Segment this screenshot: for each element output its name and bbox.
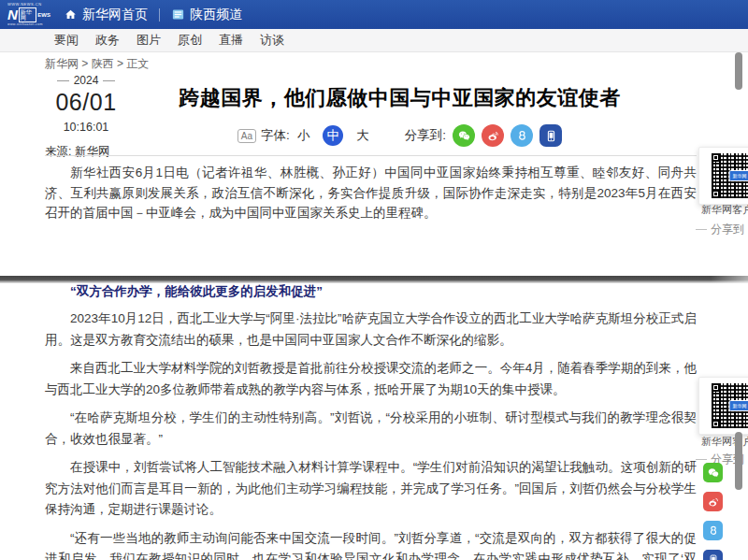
article-title: 跨越国界，他们愿做中国与中亚国家的友谊使者 — [103, 84, 697, 112]
font-size-icon: Aa — [237, 129, 256, 143]
logo-n: N — [7, 7, 18, 22]
qr-panel-bottom: 新华网 — [698, 377, 748, 435]
menu-bar: 要闻 政务 图片 原创 直播 访谈 — [0, 29, 748, 52]
sidebar-share-wechat-button[interactable] — [703, 463, 723, 482]
logo-ews: EWS — [37, 12, 50, 18]
channel-book-icon — [171, 7, 185, 22]
article-paragraph: “在哈萨克斯坦分校，学生们的主动性特别高。”刘哲说，“分校采用的小班制、研讨型模… — [45, 408, 697, 450]
qr-center-logo: 新华网 — [729, 400, 748, 411]
article-paragraph: 来自西北工业大学材料学院的刘哲教授是首批前往分校授课交流的老师之一。今年4月，随… — [45, 358, 697, 400]
logo-url-top: WWW.NEWS.CN — [7, 3, 50, 7]
qr-finder — [712, 153, 720, 162]
share-widget: 分享到: — [405, 124, 562, 147]
breadcrumb[interactable]: 新华网 > 陕西 > 正文 — [45, 56, 149, 72]
sidebar-share-weibo-button[interactable] — [703, 492, 723, 511]
lead-paragraph: 新华社西安6月1日电（记者许祖华、林胜概、孙正好）中国同中亚国家始终秉持相互尊重… — [45, 163, 697, 223]
article-toolbar: Aa 字体: 小 中 大 分享到: — [103, 124, 697, 147]
year-dash-right — [103, 80, 115, 81]
share-label: 分享到: — [405, 127, 446, 144]
xinhua-logo[interactable]: WWW.NEWS.CN N 新华网 EWS www.xinhuanet.com — [7, 3, 50, 27]
page: WWW.NEWS.CN N 新华网 EWS www.xinhuanet.com … — [0, 0, 748, 560]
sidebar-share-mobile-button[interactable] — [703, 550, 723, 560]
nav-channel-label: 陕西频道 — [190, 7, 242, 23]
scrollbar-thumb-bottom[interactable] — [735, 432, 742, 490]
article-body: “双方合作办学，能给彼此更多的启发和促进” 2023年10月12日，西北工业大学… — [45, 280, 697, 560]
share-wechat-button[interactable] — [453, 124, 475, 147]
nav-channel-link[interactable]: 陕西频道 — [171, 7, 242, 23]
nav-home-label: 新华网首页 — [82, 7, 148, 23]
header-divider — [45, 155, 697, 156]
menu-item-tupian[interactable]: 图片 — [134, 32, 164, 49]
font-size-widget: Aa 字体: 小 中 大 — [237, 125, 377, 146]
article-paragraph: “还有一些当地的教师主动询问能否来中国交流一段时间。”刘哲分享道，“交流是双向的… — [45, 528, 697, 560]
qr-finder — [712, 420, 720, 428]
xinhua-app-qr-code: 新华网 — [712, 383, 748, 428]
logo-box: 新华网 — [19, 7, 36, 22]
qr-finder — [712, 383, 720, 392]
font-size-small-button[interactable]: 小 — [297, 127, 310, 144]
logo-url-bottom: www.xinhuanet.com — [7, 23, 50, 27]
share-heading-line — [696, 229, 707, 230]
qr-finder — [712, 190, 720, 198]
sidebar-share-column — [703, 463, 723, 560]
share-heading-line — [696, 459, 707, 460]
share-mobile-button[interactable] — [539, 124, 562, 147]
year-dash-left — [57, 80, 69, 81]
menu-item-fangtan[interactable]: 访谈 — [257, 32, 287, 49]
menu-item-zhibo[interactable]: 直播 — [216, 32, 246, 49]
qr-panel-top: 新华网 — [698, 147, 748, 205]
scrollbar-thumb-top[interactable] — [735, 52, 742, 90]
home-icon — [64, 7, 78, 22]
article-subheading: “双方合作办学，能给彼此更多的启发和促进” — [45, 283, 697, 300]
sidebar-share-figure8-button[interactable] — [703, 521, 723, 540]
share-heading-top: 分享到 — [696, 222, 744, 237]
top-navbar: WWW.NEWS.CN N 新华网 EWS www.xinhuanet.com … — [0, 0, 748, 29]
article-paragraph: 在授课中，刘哲尝试将人工智能技术融入材料计算学课程中。“学生们对前沿知识的渴望让… — [45, 457, 697, 521]
font-size-label: 字体: — [261, 127, 290, 144]
xinhua-app-qr-code: 新华网 — [712, 153, 748, 198]
font-size-medium-button[interactable]: 中 — [323, 125, 343, 146]
nav-separator — [159, 8, 160, 22]
share-weibo-button[interactable] — [482, 124, 504, 147]
qr-center-logo: 新华网 — [729, 170, 748, 181]
nav-home-link[interactable]: 新华网首页 — [64, 7, 148, 23]
menu-item-zhengwu[interactable]: 政务 — [93, 32, 122, 49]
menu-item-yaowen[interactable]: 要闻 — [51, 32, 81, 49]
article-paragraph: 2023年10月12日，西北工业大学与“阿里·法拉比”哈萨克国立大学合作设立的西… — [45, 309, 697, 351]
share-figure8-button[interactable] — [511, 124, 533, 147]
font-size-large-button[interactable]: 大 — [356, 127, 369, 144]
qr-caption-top: 新华网客户端 — [698, 203, 748, 217]
menu-item-yuanchuang[interactable]: 原创 — [175, 32, 205, 49]
